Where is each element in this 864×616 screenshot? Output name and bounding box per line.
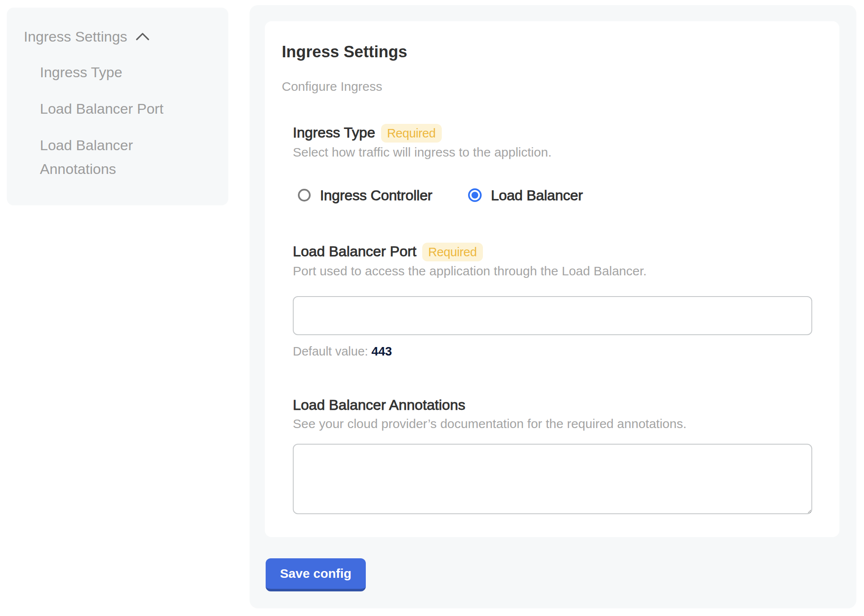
sidebar-item-load-balancer-port[interactable]: Load Balancer Port bbox=[40, 97, 194, 120]
load-balancer-port-input[interactable] bbox=[293, 296, 812, 335]
card-subtitle: Configure Ingress bbox=[282, 78, 812, 95]
section-ingress-type: Ingress Type Required Select how traffic… bbox=[293, 122, 812, 205]
ingress-settings-card: Ingress Settings Configure Ingress Ingre… bbox=[265, 21, 839, 537]
chevron-up-icon[interactable] bbox=[136, 33, 149, 40]
default-value-line: Default value:443 bbox=[293, 343, 812, 360]
sidebar-item-list: Ingress Type Load Balancer Port Load Bal… bbox=[40, 60, 194, 181]
sidebar-item-load-balancer-annotations[interactable]: Load Balancer Annotations bbox=[40, 133, 194, 181]
ingress-type-radio-group: Ingress Controller Load Balancer bbox=[293, 185, 812, 205]
settings-nav-sidebar: Ingress Settings Ingress Type Load Balan… bbox=[7, 8, 228, 205]
section-load-balancer-annotations: Load Balancer Annotations See your cloud… bbox=[293, 395, 812, 514]
ingress-type-required-badge: Required bbox=[381, 124, 442, 143]
load-balancer-port-label: Load Balancer Port bbox=[293, 242, 416, 260]
sidebar-group-label: Ingress Settings bbox=[24, 26, 127, 47]
radio-load-balancer[interactable] bbox=[468, 188, 482, 202]
sidebar-item-ingress-type[interactable]: Ingress Type bbox=[40, 60, 194, 84]
load-balancer-annotations-textarea[interactable] bbox=[293, 444, 812, 514]
ingress-type-description: Select how traffic will ingress to the a… bbox=[293, 143, 812, 161]
radio-ingress-controller[interactable] bbox=[298, 189, 311, 202]
radio-ingress-controller-label[interactable]: Ingress Controller bbox=[320, 187, 432, 204]
load-balancer-annotations-label: Load Balancer Annotations bbox=[293, 395, 465, 414]
default-value-label: Default value: bbox=[293, 344, 368, 358]
default-value: 443 bbox=[371, 344, 392, 358]
radio-load-balancer-label[interactable]: Load Balancer bbox=[491, 187, 583, 204]
load-balancer-annotations-description: See your cloud provider’s documentation … bbox=[293, 415, 812, 433]
card-title: Ingress Settings bbox=[282, 41, 812, 63]
save-config-button[interactable]: Save config bbox=[266, 558, 366, 591]
ingress-type-label: Ingress Type bbox=[293, 123, 375, 142]
load-balancer-port-description: Port used to access the application thro… bbox=[293, 262, 812, 280]
section-load-balancer-port: Load Balancer Port Required Port used to… bbox=[293, 241, 812, 360]
radio-load-balancer-dot bbox=[471, 192, 478, 199]
sidebar-group-ingress-settings[interactable]: Ingress Settings bbox=[24, 26, 215, 47]
load-balancer-port-required-badge: Required bbox=[422, 243, 483, 261]
main-panel: Ingress Settings Configure Ingress Ingre… bbox=[250, 5, 856, 608]
